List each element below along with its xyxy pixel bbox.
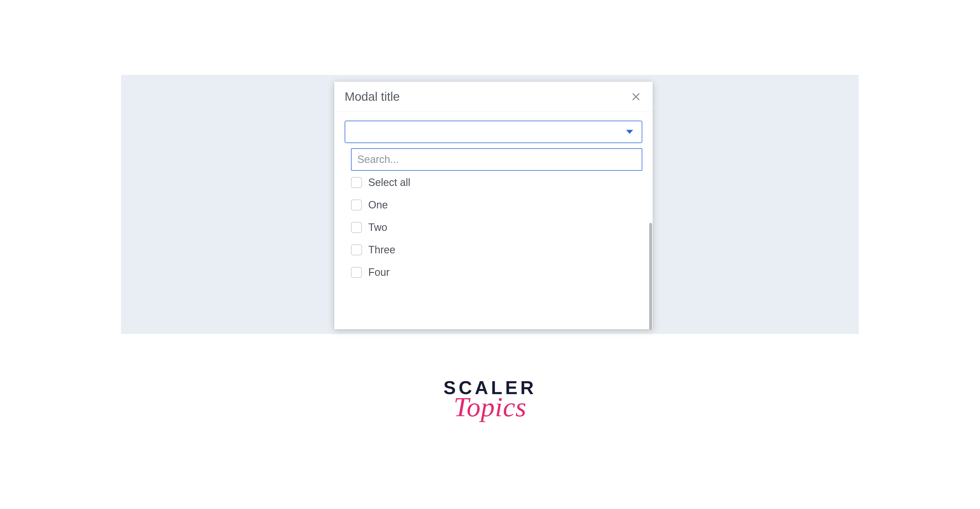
checkbox-icon [351, 177, 362, 188]
option-label: Four [368, 266, 390, 278]
option-label: Select all [368, 176, 410, 189]
option-four[interactable]: Four [351, 266, 642, 278]
option-two[interactable]: Two [351, 221, 642, 233]
caret-down-icon [626, 130, 633, 134]
dropdown-panel: Select all One Two Three Four [345, 148, 642, 278]
search-input[interactable] [351, 148, 642, 171]
checkbox-icon [351, 200, 362, 211]
modal-header: Modal title [334, 82, 653, 112]
option-three[interactable]: Three [351, 244, 642, 256]
option-label: Three [368, 244, 395, 256]
checkbox-icon [351, 267, 362, 278]
option-select-all[interactable]: Select all [351, 176, 642, 189]
modal-body: Select all One Two Three Four [334, 112, 653, 278]
brand-logo: SCALER Topics [444, 377, 536, 417]
brand-word-topics: Topics [444, 397, 536, 417]
checkbox-icon [351, 244, 362, 255]
option-one[interactable]: One [351, 199, 642, 211]
close-icon [631, 92, 641, 102]
modal-title: Modal title [345, 90, 400, 104]
close-button[interactable] [630, 90, 642, 103]
option-label: Two [368, 221, 387, 233]
checkbox-icon [351, 222, 362, 233]
option-list: Select all One Two Three Four [351, 176, 642, 278]
scrollbar-thumb[interactable] [649, 223, 652, 329]
modal-dialog: Modal title Select all One [334, 82, 653, 329]
multiselect-trigger[interactable] [345, 121, 642, 143]
option-label: One [368, 199, 388, 211]
